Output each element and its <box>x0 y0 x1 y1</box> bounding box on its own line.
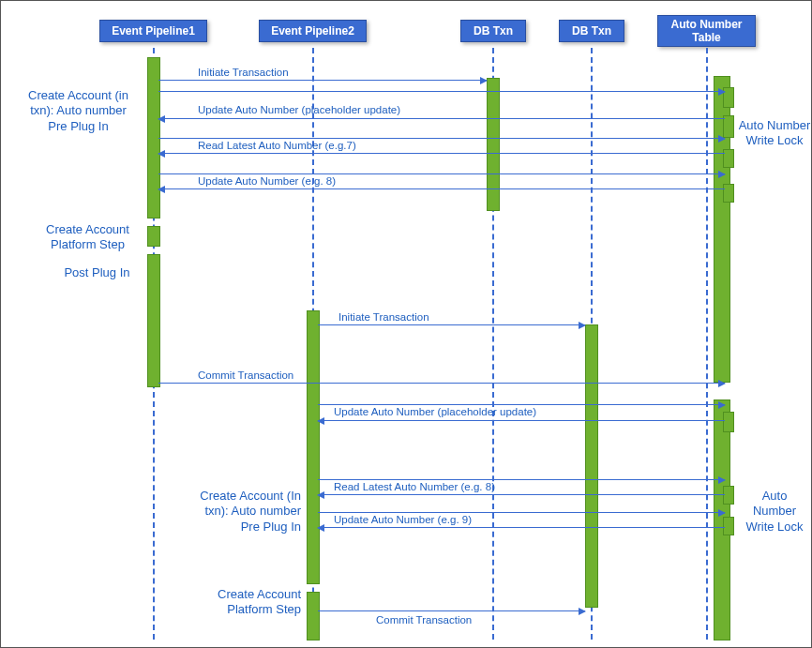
activation <box>307 310 320 584</box>
activation <box>723 412 734 432</box>
activation <box>585 324 598 608</box>
message-arrow <box>318 479 725 480</box>
note-create-account-platform-step-2: Create Account Platform Step <box>198 587 301 618</box>
lifeline <box>706 48 708 640</box>
participant-event-pipeline2: Event Pipeline2 <box>259 20 367 42</box>
message-label: Commit Transaction <box>376 614 472 625</box>
message-arrow <box>158 118 725 119</box>
message-arrow <box>158 91 725 92</box>
participant-label: Event Pipeline1 <box>112 24 195 38</box>
note-create-account-platform-step-1: Create Account Platform Step <box>38 222 137 253</box>
message-label: Initiate Transaction <box>338 311 429 323</box>
participant-label: Auto Number Table <box>664 18 749 44</box>
activation <box>723 149 734 168</box>
activation <box>147 254 160 387</box>
message-label: Update Auto Number (placeholder update) <box>198 104 400 115</box>
message-arrow <box>318 404 725 405</box>
message-label: Update Auto Number (placeholder update) <box>334 406 536 417</box>
activation <box>487 78 500 211</box>
message-arrow <box>158 138 725 139</box>
note-auto-number-write-lock-1: Auto Number Write Lock <box>737 118 812 149</box>
message-arrow <box>158 80 487 81</box>
note-create-account-pre-plugin-2: Create Account (In txn): Auto number Pre… <box>184 489 301 535</box>
message-label: Initiate Transaction <box>198 67 289 78</box>
note-auto-number-write-lock-2: Auto Number Write Lock <box>742 489 807 535</box>
activation <box>723 486 734 505</box>
sequence-diagram: Event Pipeline1 Event Pipeline2 DB Txn D… <box>0 0 812 648</box>
activation <box>147 226 160 247</box>
message-arrow <box>158 153 725 154</box>
message-label: Read Latest Auto Number (e.g. 8) <box>334 481 495 492</box>
message-arrow <box>318 527 725 528</box>
participant-label: Event Pipeline2 <box>271 24 354 38</box>
message-arrow <box>318 494 725 495</box>
message-label: Commit Transaction <box>198 369 293 381</box>
message-arrow <box>158 188 725 189</box>
note-post-plugin: Post Plug In <box>57 265 137 280</box>
participant-db-txn-1: DB Txn <box>460 20 526 42</box>
participant-label: DB Txn <box>572 24 611 38</box>
message-arrow <box>158 173 725 174</box>
activation <box>307 592 320 640</box>
activation <box>723 184 734 203</box>
participant-event-pipeline1: Event Pipeline1 <box>99 20 207 42</box>
message-arrow <box>318 324 585 325</box>
message-label: Read Latest Auto Number (e.g.7) <box>198 140 356 151</box>
message-arrow <box>158 383 725 384</box>
participant-db-txn-2: DB Txn <box>559 20 624 42</box>
message-arrow <box>318 420 725 421</box>
message-arrow <box>318 610 585 611</box>
participant-label: DB Txn <box>474 24 513 38</box>
message-label: Update Auto Number (e.g. 9) <box>334 514 472 525</box>
participant-auto-number-table: Auto Number Table <box>657 15 756 47</box>
note-create-account-pre-plugin-1: Create Account (in txn): Auto number Pre… <box>20 88 137 134</box>
message-arrow <box>318 512 725 513</box>
message-label: Update Auto Number (e.g. 8) <box>198 175 336 187</box>
activation <box>723 517 734 535</box>
